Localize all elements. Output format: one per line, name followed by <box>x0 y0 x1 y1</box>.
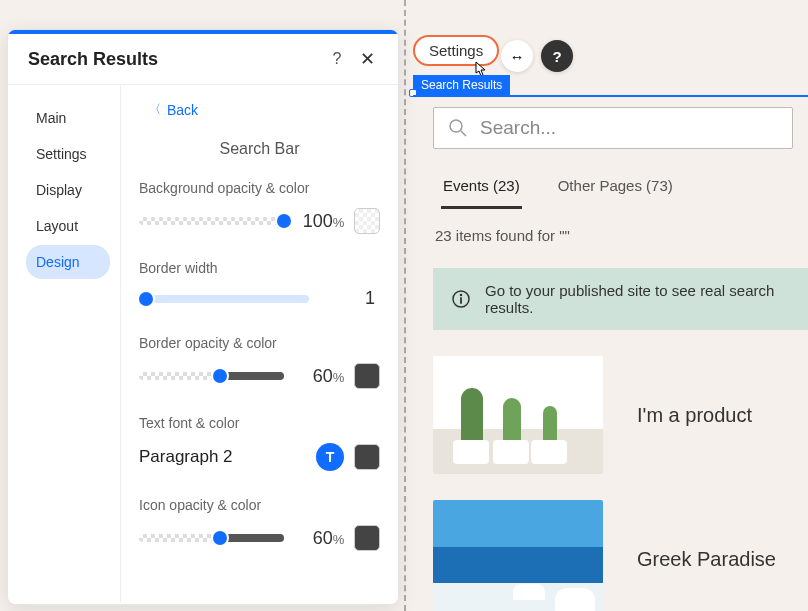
opacity-unit: % <box>333 215 345 230</box>
panel-header: Search Results ? ✕ <box>8 34 398 85</box>
font-name: Paragraph 2 <box>139 447 306 467</box>
panel-main: 〈 Back Search Bar Background opacity & c… <box>120 85 398 603</box>
nav-item-main[interactable]: Main <box>26 101 110 135</box>
opacity-value: 60 <box>313 366 333 386</box>
control-bg-opacity: Background opacity & color 100% <box>139 180 380 234</box>
section-title: Search Bar <box>139 140 380 158</box>
back-button[interactable]: 〈 Back <box>139 97 208 122</box>
control-border-opacity: Border opacity & color 60% <box>139 335 380 389</box>
search-results-component[interactable]: Search... Events (23) Other Pages (73) 2… <box>413 95 808 611</box>
close-icon[interactable]: ✕ <box>356 48 378 70</box>
font-picker-button[interactable]: T <box>316 443 344 471</box>
opacity-slider[interactable] <box>139 217 284 225</box>
svg-point-0 <box>450 120 462 132</box>
search-icon <box>448 118 468 138</box>
result-item[interactable]: I'm a product <box>433 356 808 474</box>
results-count-message: 23 items found for "" <box>433 227 808 244</box>
notice-text: Go to your published site to see real se… <box>485 282 790 316</box>
element-label: Search Results <box>413 75 510 95</box>
help-button[interactable]: ? <box>541 40 573 72</box>
preview-notice: Go to your published site to see real se… <box>433 268 808 330</box>
result-title: I'm a product <box>637 404 752 427</box>
opacity-slider[interactable] <box>139 372 284 380</box>
width-slider[interactable] <box>139 295 309 303</box>
nav-item-layout[interactable]: Layout <box>26 209 110 243</box>
nav-item-display[interactable]: Display <box>26 173 110 207</box>
color-swatch[interactable] <box>354 525 380 551</box>
back-label: Back <box>167 102 198 118</box>
control-label: Border width <box>139 260 380 276</box>
color-swatch[interactable] <box>354 208 380 234</box>
results-tabs: Events (23) Other Pages (73) <box>433 167 808 209</box>
nav-item-design[interactable]: Design <box>26 245 110 279</box>
result-thumbnail <box>433 500 603 611</box>
tab-events[interactable]: Events (23) <box>441 167 522 209</box>
control-label: Border opacity & color <box>139 335 380 351</box>
opacity-unit: % <box>333 532 345 547</box>
opacity-value: 100 <box>303 211 333 231</box>
help-icon: ? <box>552 48 561 65</box>
result-title: Greek Paradise <box>637 548 776 571</box>
stretch-icon: ↔ <box>510 48 525 65</box>
search-placeholder: Search... <box>480 117 556 139</box>
control-label: Background opacity & color <box>139 180 380 196</box>
opacity-unit: % <box>333 370 345 385</box>
color-swatch[interactable] <box>354 444 380 470</box>
panel-help-icon[interactable]: ? <box>326 50 348 68</box>
svg-line-1 <box>461 131 466 136</box>
panel-nav: Main Settings Display Layout Design <box>8 85 120 603</box>
opacity-value: 60 <box>313 528 333 548</box>
control-label: Icon opacity & color <box>139 497 380 513</box>
chevron-left-icon: 〈 <box>149 101 161 118</box>
settings-button[interactable]: Settings <box>413 35 499 66</box>
canvas-divider <box>404 0 406 611</box>
control-border-width: Border width 1 <box>139 260 380 309</box>
color-swatch[interactable] <box>354 363 380 389</box>
tab-other-pages[interactable]: Other Pages (73) <box>556 167 675 209</box>
opacity-slider[interactable] <box>139 534 284 542</box>
info-icon <box>451 289 471 309</box>
nav-item-settings[interactable]: Settings <box>26 137 110 171</box>
control-text-font: Text font & color Paragraph 2 T <box>139 415 380 471</box>
control-icon-opacity: Icon opacity & color 60% <box>139 497 380 551</box>
settings-panel: Search Results ? ✕ Main Settings Display… <box>7 29 399 605</box>
panel-title: Search Results <box>28 49 326 70</box>
editor-canvas: Settings ↔ ? Search Results Search... Ev… <box>413 35 808 611</box>
result-item[interactable]: Greek Paradise <box>433 500 808 611</box>
search-input[interactable]: Search... <box>433 107 793 149</box>
width-value: 1 <box>365 288 375 308</box>
control-label: Text font & color <box>139 415 380 431</box>
stretch-button[interactable]: ↔ <box>501 40 533 72</box>
result-thumbnail <box>433 356 603 474</box>
